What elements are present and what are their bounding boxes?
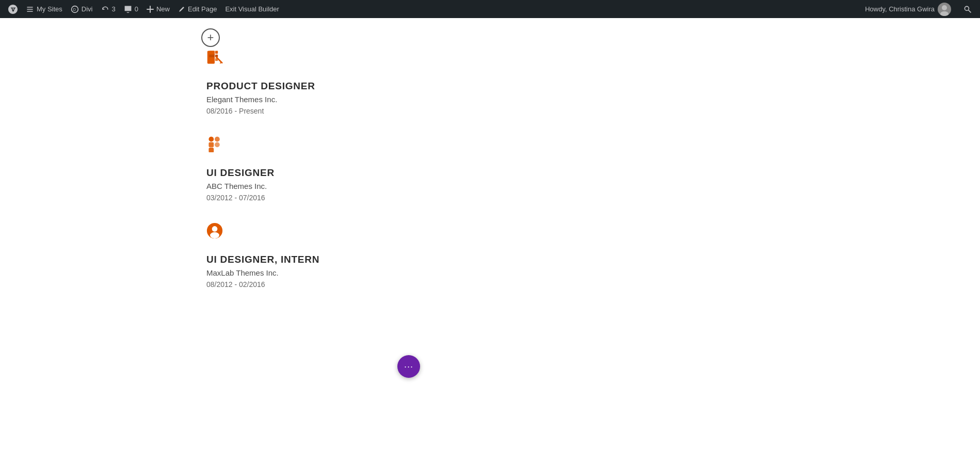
work-title-2: UI DESIGNER, INTERN — [206, 254, 319, 265]
admin-bar: My Sites D Divi 3 0 New Edit Page Ex — [0, 0, 980, 18]
dots-icon: ··· — [404, 361, 413, 372]
my-sites-link[interactable]: My Sites — [22, 0, 67, 18]
add-content-button[interactable]: + — [201, 28, 220, 47]
updates-link[interactable]: 3 — [97, 0, 120, 18]
svg-rect-9 — [209, 58, 215, 61]
work-title-0: PRODUCT DESIGNER — [206, 81, 319, 92]
svg-rect-10 — [215, 51, 218, 54]
page-content: PRODUCT DESIGNER Elegant Themes Inc. 08/… — [0, 18, 980, 304]
my-sites-label: My Sites — [37, 5, 62, 13]
svg-point-18 — [215, 142, 220, 147]
svg-point-3 — [940, 11, 949, 16]
divi-link[interactable]: D Divi — [67, 0, 97, 18]
edit-page-label: Edit Page — [188, 5, 217, 13]
work-company-0: Elegant Themes Inc. — [206, 95, 319, 104]
howdy-link[interactable]: Howdy, Christina Gwira — [861, 3, 955, 16]
edit-page-link[interactable]: Edit Page — [174, 0, 221, 18]
work-entry-1: UI DESIGNER ABC Themes Inc. 03/2012 - 07… — [206, 136, 319, 202]
howdy-text: Howdy, Christina Gwira — [865, 5, 935, 13]
svg-rect-8 — [209, 55, 215, 57]
work-company-2: MaxLab Themes Inc. — [206, 268, 319, 277]
work-icon-2 — [206, 222, 319, 243]
work-entries-list: PRODUCT DESIGNER Elegant Themes Inc. 08/… — [206, 49, 319, 289]
work-dates-0: 08/2016 - Present — [206, 107, 319, 115]
svg-text:D: D — [73, 7, 76, 12]
admin-bar-right: Howdy, Christina Gwira — [861, 3, 976, 16]
work-dates-2: 08/2012 - 02/2016 — [206, 280, 319, 289]
svg-rect-16 — [215, 137, 220, 142]
exit-visual-builder-label: Exit Visual Builder — [225, 5, 279, 13]
svg-point-22 — [210, 232, 219, 238]
comments-count: 0 — [135, 5, 138, 13]
comments-link[interactable]: 0 — [120, 0, 142, 18]
avatar — [938, 3, 951, 16]
work-entry-2: UI DESIGNER, INTERN MaxLab Themes Inc. 0… — [206, 222, 319, 289]
work-icon-0 — [206, 49, 319, 69]
svg-line-5 — [969, 10, 971, 12]
floating-dots-button[interactable]: ··· — [397, 355, 420, 378]
svg-rect-15 — [208, 137, 214, 142]
updates-count: 3 — [112, 5, 116, 13]
svg-point-2 — [942, 5, 947, 10]
work-title-1: UI DESIGNER — [206, 167, 319, 179]
work-entry-0: PRODUCT DESIGNER Elegant Themes Inc. 08/… — [206, 49, 319, 115]
work-icon-1 — [206, 136, 319, 156]
divi-label: Divi — [82, 5, 93, 13]
svg-rect-7 — [209, 51, 215, 54]
new-label: New — [156, 5, 170, 13]
exit-visual-builder-link[interactable]: Exit Visual Builder — [221, 0, 283, 18]
svg-rect-17 — [208, 142, 214, 147]
add-icon: + — [207, 31, 214, 44]
new-link[interactable]: New — [142, 0, 174, 18]
svg-point-21 — [212, 226, 218, 232]
wp-logo[interactable] — [4, 0, 22, 18]
svg-rect-19 — [208, 148, 214, 152]
search-icon[interactable] — [959, 5, 976, 13]
work-dates-1: 03/2012 - 07/2016 — [206, 194, 319, 202]
svg-point-4 — [965, 6, 969, 10]
work-company-1: ABC Themes Inc. — [206, 182, 319, 190]
